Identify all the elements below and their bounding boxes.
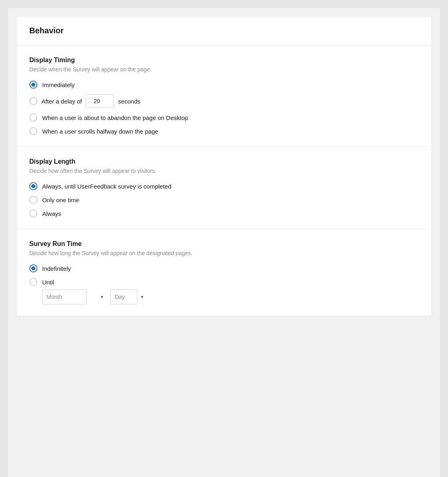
- until-date-row: Month January February March April May J…: [42, 289, 419, 304]
- radio-label-after-delay: After a delay of: [41, 98, 82, 105]
- card-header: Behavior: [16, 16, 432, 45]
- month-select[interactable]: Month January February March April May J…: [42, 289, 87, 304]
- day-select[interactable]: Day 12345 678910 1112131415 1617181920 2…: [110, 289, 137, 304]
- survey-run-time-subtitle: Decide how long the Survey will appear o…: [29, 250, 419, 256]
- delay-unit-label: seconds: [118, 98, 141, 105]
- radio-label-indefinitely: Indefinitely: [42, 265, 71, 272]
- radio-circle-scroll[interactable]: [29, 127, 37, 135]
- radio-circle-abandon[interactable]: [29, 114, 37, 122]
- radio-until[interactable]: Until: [29, 278, 419, 286]
- display-length-title: Display Length: [29, 158, 419, 165]
- radio-label-only-once: Only one time: [42, 197, 79, 203]
- radio-label-immediately: Immediately: [42, 81, 75, 88]
- behavior-card: Behavior Display Timing Decide when the …: [16, 16, 432, 316]
- radio-label-scroll: When a user scrolls halfway down the pag…: [42, 128, 158, 135]
- radio-circle-only-once[interactable]: [29, 196, 37, 204]
- survey-run-time-title: Survey Run Time: [29, 240, 419, 248]
- radio-only-once[interactable]: Only one time: [29, 196, 419, 204]
- radio-label-abandon: When a user is about to abandon the page…: [42, 114, 188, 121]
- display-timing-radio-group: Immediately After a delay of seconds Whe…: [29, 81, 419, 135]
- radio-circle-until[interactable]: [29, 278, 37, 286]
- radio-circle-always[interactable]: [29, 209, 37, 217]
- radio-label-always-completed: Always, until UserFeedback survey is com…: [42, 183, 171, 190]
- radio-scroll[interactable]: When a user scrolls halfway down the pag…: [29, 127, 419, 135]
- display-timing-section: Display Timing Decide when the Survey wi…: [16, 45, 432, 147]
- card-body: Display Timing Decide when the Survey wi…: [16, 45, 432, 316]
- display-timing-subtitle: Decide when the Survey will appear on th…: [29, 66, 419, 73]
- display-timing-title: Display Timing: [29, 57, 419, 64]
- radio-circle-after-delay[interactable]: [29, 97, 37, 105]
- month-chevron-icon: ▾: [101, 294, 103, 300]
- radio-always-completed[interactable]: Always, until UserFeedback survey is com…: [29, 182, 419, 190]
- radio-indefinitely[interactable]: Indefinitely: [29, 264, 419, 272]
- radio-circle-indefinitely[interactable]: [29, 264, 37, 272]
- delay-value-input[interactable]: [86, 94, 114, 108]
- survey-run-time-section: Survey Run Time Decide how long the Surv…: [16, 229, 432, 316]
- day-select-wrapper: Day 12345 678910 1112131415 1617181920 2…: [110, 289, 147, 304]
- radio-label-until: Until: [42, 279, 54, 286]
- month-select-wrapper: Month January February March April May J…: [42, 289, 106, 304]
- radio-after-delay[interactable]: After a delay of seconds: [29, 94, 419, 108]
- survey-run-time-radio-group: Indefinitely Until: [29, 264, 419, 286]
- display-length-radio-group: Always, until UserFeedback survey is com…: [29, 182, 419, 217]
- radio-always[interactable]: Always: [29, 209, 419, 217]
- radio-circle-immediately[interactable]: [29, 81, 37, 89]
- radio-immediately[interactable]: Immediately: [29, 81, 419, 89]
- radio-abandon[interactable]: When a user is about to abandon the page…: [29, 114, 419, 122]
- page-title: Behavior: [29, 26, 419, 35]
- radio-circle-always-completed[interactable]: [29, 182, 37, 190]
- display-length-subtitle: Decide how often the Survey will appear …: [29, 168, 419, 174]
- display-length-section: Display Length Decide how often the Surv…: [16, 147, 432, 229]
- day-chevron-icon: ▾: [141, 294, 143, 300]
- page-container: Behavior Display Timing Decide when the …: [8, 8, 440, 477]
- radio-label-always: Always: [42, 210, 61, 217]
